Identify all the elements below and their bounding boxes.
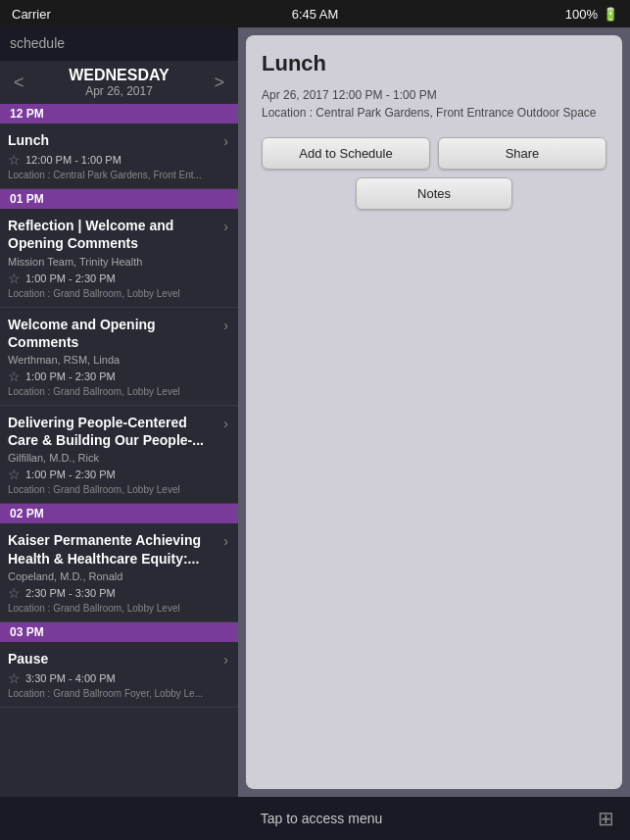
date-nav: < WEDNESDAY Apr 26, 2017 > xyxy=(0,61,238,104)
schedule-panel: schedule < WEDNESDAY Apr 26, 2017 > 12 P… xyxy=(0,27,238,797)
chevron-right-icon: › xyxy=(223,416,228,431)
action-row-primary: Add to Schedule Share xyxy=(262,137,606,170)
item-subtitle: Mission Team, Trinity Health xyxy=(8,256,219,268)
panel-title: schedule xyxy=(10,35,228,51)
add-to-schedule-button[interactable]: Add to Schedule xyxy=(262,137,430,170)
list-item[interactable]: Delivering People-Centered Care & Buildi… xyxy=(0,406,238,504)
item-subtitle: Copeland, M.D., Ronald xyxy=(8,570,219,582)
chevron-right-icon: › xyxy=(223,318,228,333)
item-content: Kaiser Permanente Achieving Health & Hea… xyxy=(8,531,219,613)
item-time-row: ☆ 1:00 PM - 2:30 PM xyxy=(8,369,219,384)
item-title: Kaiser Permanente Achieving Health & Hea… xyxy=(8,531,219,567)
grid-menu-icon[interactable]: ⊞ xyxy=(598,807,614,830)
item-location: Location : Grand Ballroom, Lobby Level xyxy=(8,288,219,299)
chevron-right-icon: › xyxy=(223,533,228,549)
main-area: schedule < WEDNESDAY Apr 26, 2017 > 12 P… xyxy=(0,27,630,797)
item-time-row: ☆ 1:00 PM - 2:30 PM xyxy=(8,467,219,482)
time-label-03pm: 03 PM xyxy=(0,622,238,642)
prev-date-button[interactable]: < xyxy=(8,71,30,95)
list-item[interactable]: Kaiser Permanente Achieving Health & Hea… xyxy=(0,523,238,621)
chevron-right-icon: › xyxy=(223,219,228,234)
item-title: Delivering People-Centered Care & Buildi… xyxy=(8,414,219,449)
list-item[interactable]: Lunch ☆ 12:00 PM - 1:00 PM Location : Ce… xyxy=(0,124,238,189)
carrier-label: Carrier xyxy=(12,7,51,22)
item-time-row: ☆ 1:00 PM - 2:30 PM xyxy=(8,271,219,286)
item-time: 12:00 PM - 1:00 PM xyxy=(25,154,121,166)
item-content: Lunch ☆ 12:00 PM - 1:00 PM Location : Ce… xyxy=(8,131,219,180)
item-location: Location : Grand Ballroom Foyer, Lobby L… xyxy=(8,688,219,699)
star-icon: ☆ xyxy=(8,585,21,601)
item-location: Location : Grand Ballroom, Lobby Level xyxy=(8,603,219,614)
item-time-row: ☆ 3:30 PM - 4:00 PM xyxy=(8,670,219,686)
item-time: 2:30 PM - 3:30 PM xyxy=(25,587,116,599)
item-title: Lunch xyxy=(8,131,219,149)
item-content: Delivering People-Centered Care & Buildi… xyxy=(8,414,219,495)
detail-panel: Lunch Apr 26, 2017 12:00 PM - 1:00 PM Lo… xyxy=(246,35,622,789)
item-time: 1:00 PM - 2:30 PM xyxy=(25,272,116,284)
detail-location: Location : Central Park Gardens, Front E… xyxy=(262,106,597,120)
status-bar: Carrier 6:45 AM 100% 🔋 xyxy=(0,0,630,27)
star-icon: ☆ xyxy=(8,467,21,482)
schedule-list: 12 PM Lunch ☆ 12:00 PM - 1:00 PM Locatio… xyxy=(0,104,238,797)
chevron-right-icon: › xyxy=(223,133,228,149)
star-icon: ☆ xyxy=(8,670,21,686)
date-display: WEDNESDAY Apr 26, 2017 xyxy=(69,67,170,98)
notes-button[interactable]: Notes xyxy=(356,177,512,210)
item-location: Location : Grand Ballroom, Lobby Level xyxy=(8,386,219,397)
time-label-01pm: 01 PM xyxy=(0,189,238,209)
day-label: WEDNESDAY xyxy=(69,67,170,84)
item-title: Reflection | Welcome and Opening Comment… xyxy=(8,217,219,252)
next-date-button[interactable]: > xyxy=(208,71,230,95)
battery-icon: 🔋 xyxy=(603,7,618,22)
panel-header: schedule xyxy=(0,27,238,61)
item-time: 3:30 PM - 4:00 PM xyxy=(25,672,116,684)
detail-date-time: Apr 26, 2017 12:00 PM - 1:00 PM xyxy=(262,88,437,102)
bottom-bar: Tap to access menu ⊞ xyxy=(0,797,630,840)
battery-label: 100% xyxy=(565,7,598,22)
item-time: 1:00 PM - 2:30 PM xyxy=(25,371,116,382)
item-location: Location : Central Park Gardens, Front E… xyxy=(8,170,219,180)
item-title: Pause xyxy=(8,650,219,667)
star-icon: ☆ xyxy=(8,152,21,168)
item-time-row: ☆ 2:30 PM - 3:30 PM xyxy=(8,585,219,601)
item-time-row: ☆ 12:00 PM - 1:00 PM xyxy=(8,152,219,168)
date-label: Apr 26, 2017 xyxy=(69,84,170,98)
list-item[interactable]: Reflection | Welcome and Opening Comment… xyxy=(0,209,238,307)
bottom-bar-label[interactable]: Tap to access menu xyxy=(45,811,598,826)
detail-title: Lunch xyxy=(262,51,606,76)
item-subtitle: Gilfillan, M.D., Rick xyxy=(8,452,219,464)
battery-indicator: 100% 🔋 xyxy=(565,7,618,22)
share-button[interactable]: Share xyxy=(438,137,606,170)
item-time: 1:00 PM - 2:30 PM xyxy=(25,469,116,480)
list-item[interactable]: Pause ☆ 3:30 PM - 4:00 PM Location : Gra… xyxy=(0,642,238,708)
detail-meta: Apr 26, 2017 12:00 PM - 1:00 PM Location… xyxy=(262,86,606,122)
time-label: 6:45 AM xyxy=(292,7,339,22)
chevron-right-icon: › xyxy=(223,652,228,667)
item-title: Welcome and Opening Comments xyxy=(8,316,219,351)
detail-actions: Add to Schedule Share Notes xyxy=(262,137,606,210)
star-icon: ☆ xyxy=(8,271,21,286)
time-label-02pm: 02 PM xyxy=(0,504,238,523)
item-subtitle: Werthman, RSM, Linda xyxy=(8,354,219,366)
item-content: Welcome and Opening Comments Werthman, R… xyxy=(8,316,219,397)
star-icon: ☆ xyxy=(8,369,21,384)
time-label-12pm: 12 PM xyxy=(0,104,238,124)
item-content: Reflection | Welcome and Opening Comment… xyxy=(8,217,219,298)
list-item[interactable]: Welcome and Opening Comments Werthman, R… xyxy=(0,308,238,406)
item-location: Location : Grand Ballroom, Lobby Level xyxy=(8,484,219,495)
item-content: Pause ☆ 3:30 PM - 4:00 PM Location : Gra… xyxy=(8,650,219,699)
